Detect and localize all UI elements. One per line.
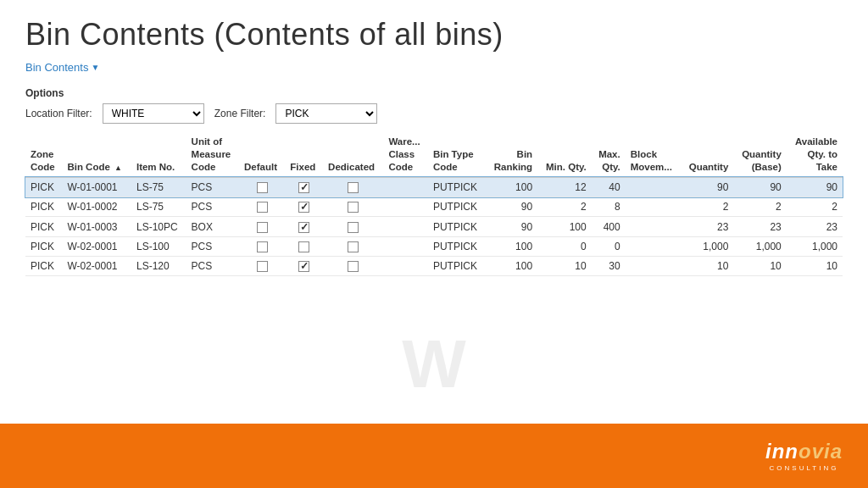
breadcrumb-dropdown-icon[interactable]: ▼	[91, 63, 99, 72]
checkbox[interactable]	[298, 182, 309, 193]
table-cell: 90	[681, 177, 733, 197]
breadcrumb: Bin Contents ▼	[25, 61, 843, 74]
data-table: ZoneCode Bin Code ▲ Item No. Unit ofMeas…	[25, 132, 843, 276]
location-filter-select[interactable]: WHITE	[103, 103, 204, 124]
checkbox[interactable]	[348, 241, 359, 252]
col-bin-code[interactable]: Bin Code ▲	[62, 132, 131, 177]
page-title: Bin Contents (Contents of all bins)	[25, 17, 843, 53]
table-cell: PICK	[25, 217, 62, 236]
col-dedicated: Dedicated	[323, 132, 383, 177]
table-cell: LS-75	[131, 177, 186, 197]
table-cell: W-02-0001	[62, 236, 131, 256]
table-cell: W-02-0001	[62, 257, 131, 276]
table-cell: PUTPICK	[428, 236, 486, 256]
footer: innovia CONSULTING	[0, 424, 868, 488]
table-row[interactable]: PICKW-02-0001LS-120PCSPUTPICK10010301010…	[25, 257, 843, 276]
table-cell	[383, 177, 427, 197]
options-section: Options Location Filter: WHITE Zone Filt…	[25, 87, 843, 124]
table-cell	[285, 257, 323, 276]
table-cell: 2	[537, 197, 592, 217]
table-cell: 2	[681, 197, 733, 217]
table-cell: 100	[486, 257, 537, 276]
table-cell: PUTPICK	[428, 177, 486, 197]
table-cell: 0	[537, 236, 592, 256]
table-cell	[285, 177, 323, 197]
table-cell: W-01-0001	[62, 177, 131, 197]
table-cell	[383, 236, 427, 256]
table-cell	[626, 236, 681, 256]
table-cell	[626, 177, 681, 197]
table-cell: LS-100	[131, 236, 186, 256]
checkbox[interactable]	[298, 261, 309, 272]
checkbox[interactable]	[257, 261, 268, 272]
table-cell: 10	[787, 257, 843, 276]
col-item-no: Item No.	[131, 132, 186, 177]
table-row[interactable]: PICKW-01-0002LS-75PCSPUTPICK9028222	[25, 197, 843, 217]
main-content: Bin Contents (Contents of all bins) Bin …	[0, 0, 868, 424]
table-row[interactable]: PICKW-02-0001LS-100PCSPUTPICK100001,0001…	[25, 236, 843, 256]
location-filter-label: Location Filter:	[25, 108, 92, 119]
table-cell: 400	[592, 217, 626, 236]
filter-row: Location Filter: WHITE Zone Filter: PICK	[25, 103, 843, 124]
zone-filter-label: Zone Filter:	[214, 108, 266, 119]
logo-sub: CONSULTING	[770, 464, 839, 472]
table-cell: 90	[733, 177, 786, 197]
checkbox[interactable]	[348, 222, 359, 233]
table-cell: LS-10PC	[131, 217, 186, 236]
table-cell: 10	[733, 257, 786, 276]
table-cell	[323, 236, 383, 256]
checkbox[interactable]	[257, 222, 268, 233]
breadcrumb-link[interactable]: Bin Contents	[25, 61, 88, 74]
table-cell	[285, 236, 323, 256]
col-fixed: Fixed	[285, 132, 323, 177]
table-cell: 1,000	[787, 236, 843, 256]
checkbox[interactable]	[348, 202, 359, 213]
table-cell: PICK	[25, 197, 62, 217]
col-zone-code: ZoneCode	[25, 132, 62, 177]
col-quantity-base: Quantity(Base)	[733, 132, 786, 177]
table-cell	[626, 257, 681, 276]
checkbox[interactable]	[348, 261, 359, 272]
col-max-qty: Max.Qty.	[592, 132, 626, 177]
table-cell: 8	[592, 197, 626, 217]
logo-text: innovia	[765, 440, 843, 463]
table-cell	[323, 257, 383, 276]
table-cell: 23	[787, 217, 843, 236]
table-cell	[323, 197, 383, 217]
checkbox[interactable]	[257, 182, 268, 193]
checkbox[interactable]	[298, 202, 309, 213]
table-cell: LS-75	[131, 197, 186, 217]
table-cell: PICK	[25, 177, 62, 197]
table-cell	[239, 257, 285, 276]
zone-filter-select[interactable]: PICK	[275, 103, 377, 124]
table-cell	[239, 217, 285, 236]
table-cell: 1,000	[733, 236, 786, 256]
table-cell: PICK	[25, 236, 62, 256]
col-default: Default	[239, 132, 285, 177]
checkbox[interactable]	[257, 241, 268, 252]
col-block-movem: BlockMovem...	[626, 132, 681, 177]
table-cell: W-01-0002	[62, 197, 131, 217]
checkbox[interactable]	[298, 222, 309, 233]
checkbox[interactable]	[348, 182, 359, 193]
table-header-row: ZoneCode Bin Code ▲ Item No. Unit ofMeas…	[25, 132, 843, 177]
table-cell: PCS	[186, 257, 239, 276]
table-cell: 100	[537, 217, 592, 236]
table-cell: PUTPICK	[428, 257, 486, 276]
table-cell	[383, 217, 427, 236]
table-row[interactable]: PICKW-01-0003LS-10PCBOXPUTPICK9010040023…	[25, 217, 843, 236]
logo-accent: ovia	[798, 440, 843, 463]
table-cell: 30	[592, 257, 626, 276]
col-quantity: Quantity	[681, 132, 733, 177]
table-cell	[383, 257, 427, 276]
table-cell: PCS	[186, 177, 239, 197]
col-ware-class: Ware...ClassCode	[383, 132, 427, 177]
table-cell	[239, 197, 285, 217]
table-cell	[323, 217, 383, 236]
table-cell: 23	[733, 217, 786, 236]
checkbox[interactable]	[257, 202, 268, 213]
checkbox[interactable]	[298, 241, 309, 252]
table-row[interactable]: PICKW-01-0001LS-75PCSPUTPICK100124090909…	[25, 177, 843, 197]
col-available-qty: AvailableQty. toTake	[787, 132, 843, 177]
col-bin-type: Bin TypeCode	[428, 132, 486, 177]
